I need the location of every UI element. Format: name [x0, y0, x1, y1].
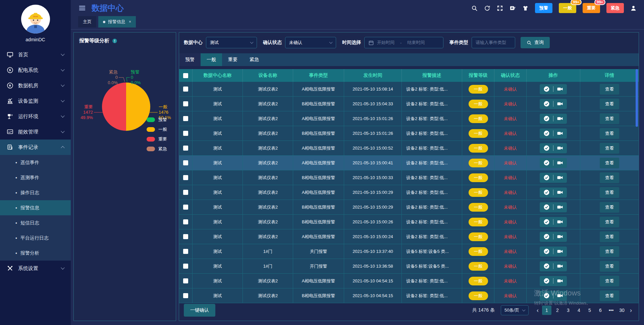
- confirm-check-icon[interactable]: [543, 233, 550, 240]
- page-number[interactable]: 6: [596, 306, 605, 315]
- camera-icon[interactable]: [557, 130, 563, 137]
- confirm-check-icon[interactable]: [543, 189, 550, 196]
- translate-icon[interactable]: [509, 5, 516, 11]
- info-icon[interactable]: [112, 38, 117, 44]
- hamburger-icon[interactable]: [78, 4, 86, 12]
- row-checkbox[interactable]: [183, 234, 188, 239]
- sidebar-item[interactable]: 设备监测: [0, 93, 71, 109]
- table-row[interactable]: 测试测试仪表2B相电压低限报警2021-05-10 04:54:15设备2 标签…: [179, 288, 639, 303]
- camera-icon[interactable]: [557, 278, 563, 284]
- alarm-badge[interactable]: 紧急: [606, 3, 624, 13]
- camera-icon[interactable]: [557, 86, 563, 92]
- confirm-check-icon[interactable]: [543, 278, 550, 284]
- row-checkbox[interactable]: [183, 175, 188, 180]
- view-button[interactable]: 查看: [600, 158, 619, 168]
- camera-icon[interactable]: [557, 115, 563, 122]
- alarm-tab[interactable]: 一般: [201, 53, 222, 66]
- row-checkbox[interactable]: [183, 249, 188, 254]
- table-scrollbar[interactable]: [636, 69, 638, 127]
- table-row[interactable]: 测试测试仪表2B相电压低限报警2021-05-10 15:04:33设备2 标签…: [179, 97, 639, 111]
- view-button[interactable]: 查看: [600, 246, 619, 257]
- sidebar-item[interactable]: 系统设置: [0, 261, 71, 276]
- user-icon[interactable]: [630, 5, 637, 11]
- row-checkbox[interactable]: [183, 219, 188, 224]
- search-button[interactable]: 查询: [521, 37, 550, 48]
- view-button[interactable]: 查看: [600, 231, 619, 242]
- prev-page-arrow[interactable]: ‹: [535, 307, 541, 314]
- row-checkbox[interactable]: [183, 101, 188, 106]
- confirm-check-icon[interactable]: [543, 219, 550, 225]
- fullscreen-icon[interactable]: [497, 5, 503, 11]
- alarm-tab[interactable]: 重要: [222, 53, 244, 66]
- sidebar-item[interactable]: 运行环境: [0, 109, 71, 124]
- search-icon[interactable]: [471, 5, 478, 11]
- confirm-check-icon[interactable]: [543, 115, 550, 122]
- view-button[interactable]: 查看: [600, 113, 619, 124]
- select-all-checkbox[interactable]: [183, 73, 188, 78]
- row-checkbox[interactable]: [183, 131, 188, 136]
- sidebar-item[interactable]: 配电系统: [0, 62, 71, 78]
- status-select[interactable]: 未确认: [285, 37, 336, 48]
- camera-icon[interactable]: [557, 174, 563, 181]
- row-checkbox[interactable]: [183, 146, 188, 151]
- table-row[interactable]: 测试测试仪表2A相电压低限报警2021-05-10 15:00:41设备2 标签…: [179, 156, 639, 170]
- alarm-badge[interactable]: 一般99+: [559, 3, 576, 13]
- table-row[interactable]: 测试1#门关门报警2021-05-10 13:37:40设备5 标签:设备5 类…: [179, 244, 639, 259]
- table-row[interactable]: 测试测试仪表2B相电压低限报警2021-05-10 15:00:26设备2 标签…: [179, 215, 639, 229]
- row-checkbox[interactable]: [183, 205, 188, 210]
- camera-icon[interactable]: [557, 189, 563, 196]
- dc-select[interactable]: 测试: [206, 37, 257, 48]
- confirm-check-icon[interactable]: [543, 145, 550, 151]
- sidebar-item[interactable]: 数据机房: [0, 78, 71, 93]
- camera-icon[interactable]: [557, 160, 563, 166]
- sidebar-item[interactable]: 事件记录: [0, 140, 71, 155]
- row-checkbox[interactable]: [183, 160, 188, 165]
- view-button[interactable]: 查看: [600, 261, 619, 272]
- avatar[interactable]: Acrel: [21, 5, 50, 34]
- sidebar-subitem[interactable]: •短信日志: [0, 215, 71, 230]
- refresh-icon[interactable]: [484, 5, 490, 11]
- confirm-check-icon[interactable]: [543, 86, 550, 92]
- tab-home[interactable]: 主页: [78, 16, 96, 28]
- sidebar-subitem[interactable]: •报警分析: [0, 246, 71, 261]
- table-row[interactable]: 测试测试仪表2A相电压低限报警2021-05-10 15:00:24设备2 标签…: [179, 229, 639, 244]
- camera-icon[interactable]: [557, 263, 563, 269]
- page-number[interactable]: 5: [585, 306, 594, 315]
- table-row[interactable]: 测试1#门开门报警2021-05-10 13:36:58设备5 标签:设备5 类…: [179, 259, 639, 274]
- sidebar-item[interactable]: 首页: [0, 47, 71, 62]
- confirm-check-icon[interactable]: [543, 292, 550, 299]
- camera-icon[interactable]: [557, 219, 563, 225]
- close-icon[interactable]: ×: [129, 19, 131, 24]
- camera-icon[interactable]: [557, 204, 563, 210]
- row-checkbox[interactable]: [183, 293, 188, 298]
- table-row[interactable]: 测试测试仪表2A相电压低限报警2021-05-10 15:08:14设备2 标签…: [179, 82, 639, 97]
- camera-icon[interactable]: [557, 145, 563, 151]
- view-button[interactable]: 查看: [600, 84, 619, 95]
- legend-item[interactable]: 紧急: [147, 146, 167, 152]
- sidebar-subitem[interactable]: •报警信息: [0, 200, 71, 215]
- sidebar-subitem[interactable]: •遥信事件: [0, 155, 71, 170]
- view-button[interactable]: 查看: [600, 276, 619, 286]
- camera-icon[interactable]: [557, 248, 563, 255]
- view-button[interactable]: 查看: [600, 143, 619, 154]
- page-number[interactable]: 2: [553, 306, 562, 315]
- view-button[interactable]: 查看: [600, 172, 619, 183]
- confirm-check-icon[interactable]: [543, 160, 550, 166]
- alarm-badge[interactable]: 预警: [535, 3, 552, 13]
- table-row[interactable]: 测试测试仪表2A相电压低限报警2021-05-10 15:01:26设备2 标签…: [179, 111, 639, 126]
- page-number[interactable]: 4: [574, 306, 584, 315]
- tab-alarm-info[interactable]: 报警信息 ×: [98, 16, 136, 28]
- view-button[interactable]: 查看: [600, 217, 619, 227]
- confirm-check-icon[interactable]: [543, 248, 550, 255]
- view-button[interactable]: 查看: [600, 128, 619, 139]
- row-checkbox[interactable]: [183, 278, 188, 283]
- row-checkbox[interactable]: [183, 190, 188, 195]
- date-range-picker[interactable]: 开始时间 - 结束时间: [364, 37, 443, 48]
- confirm-check-icon[interactable]: [543, 101, 550, 107]
- event-type-input[interactable]: 请输入事件类型: [472, 37, 515, 48]
- alarm-tab[interactable]: 紧急: [244, 53, 265, 66]
- page-size-select[interactable]: 50条/页: [501, 305, 529, 315]
- confirm-check-icon[interactable]: [543, 263, 550, 269]
- next-page-arrow[interactable]: ›: [628, 307, 634, 314]
- table-row[interactable]: 测试测试仪表2A相电压低限报警2021-05-10 15:00:29设备2 标签…: [179, 185, 639, 200]
